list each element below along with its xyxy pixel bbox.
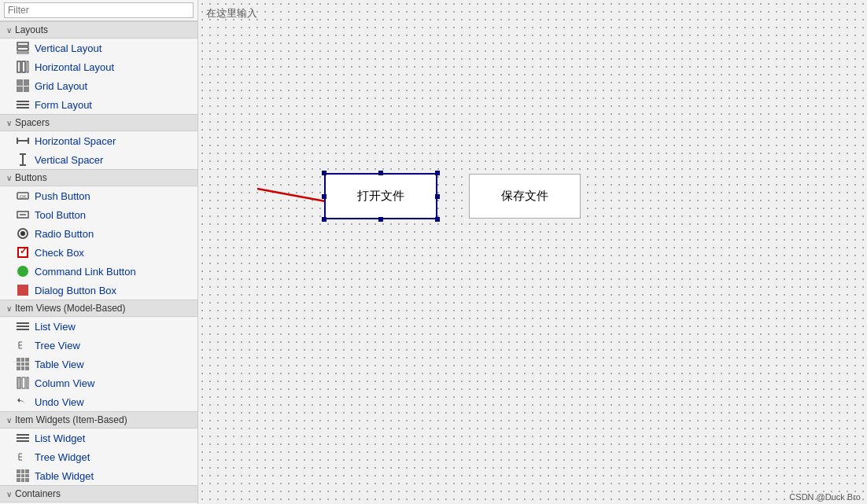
vertical-spacer-label: Vertical Spacer bbox=[35, 154, 103, 166]
tree-widget-label: Tree Widget bbox=[35, 451, 90, 463]
sidebar-item-grid-layout[interactable]: Grid Layout bbox=[0, 76, 197, 95]
sidebar-item-check-box[interactable]: Check Box bbox=[0, 243, 197, 262]
sidebar-item-command-link-button[interactable]: Command Link Button bbox=[0, 262, 197, 281]
sidebar-item-list-widget[interactable]: List Widget bbox=[0, 429, 197, 447]
vertical-spacer-icon bbox=[16, 153, 30, 167]
sidebar-item-dialog-button-box[interactable]: Dialog Button Box bbox=[0, 281, 197, 300]
sidebar-item-table-view[interactable]: Table View bbox=[0, 355, 197, 373]
sidebar-item-push-button[interactable]: OK Push Button bbox=[0, 186, 197, 205]
category-item-widgets-label: Item Widgets (Item-Based) bbox=[15, 414, 127, 425]
sidebar-item-horizontal-spacer[interactable]: Horizontal Spacer bbox=[0, 131, 197, 150]
save-file-button[interactable]: 保存文件 bbox=[469, 174, 581, 219]
horizontal-spacer-icon bbox=[16, 134, 30, 148]
check-box-icon bbox=[16, 245, 30, 259]
handle-tr bbox=[435, 171, 440, 175]
grid-layout-label: Grid Layout bbox=[35, 80, 87, 92]
table-view-icon bbox=[16, 357, 30, 371]
chevron-spacers: ∨ bbox=[6, 119, 12, 127]
sidebar-item-tree-view[interactable]: Tree View bbox=[0, 336, 197, 355]
form-layout-icon bbox=[16, 97, 30, 112]
push-button-label: Push Button bbox=[35, 190, 90, 202]
main-canvas[interactable]: 在这里输入 打开文件 保存文件 CSDN @Duck Bro bbox=[198, 0, 867, 504]
radio-button-icon bbox=[16, 226, 30, 241]
dot-grid bbox=[198, 0, 867, 504]
sidebar-list: ∨ Layouts Vertical Layout Horizontal Lay… bbox=[0, 21, 197, 504]
horizontal-layout-icon bbox=[16, 60, 30, 74]
handle-bm bbox=[378, 217, 383, 222]
chevron-buttons: ∨ bbox=[6, 174, 12, 182]
bottom-bar: CSDN @Duck Bro bbox=[710, 490, 867, 504]
sidebar-item-horizontal-layout[interactable]: Horizontal Layout bbox=[0, 57, 197, 76]
svg-rect-4 bbox=[22, 61, 25, 72]
sidebar-item-list-view[interactable]: List View bbox=[0, 317, 197, 336]
command-link-button-icon bbox=[16, 264, 30, 278]
list-view-label: List View bbox=[35, 321, 76, 333]
form-layout-label: Form Layout bbox=[35, 99, 92, 111]
sidebar-item-tool-button[interactable]: Tool Button bbox=[0, 205, 197, 224]
check-box-label: Check Box bbox=[35, 247, 84, 259]
category-containers[interactable]: ∨ Containers bbox=[0, 485, 197, 502]
svg-rect-20 bbox=[17, 377, 20, 388]
undo-view-label: Undo View bbox=[35, 396, 84, 408]
category-spacers-label: Spacers bbox=[15, 117, 50, 128]
sidebar-item-vertical-spacer[interactable]: Vertical Spacer bbox=[0, 150, 197, 169]
column-view-label: Column View bbox=[35, 377, 94, 389]
open-file-button[interactable]: 打开文件 bbox=[324, 173, 437, 219]
handle-br bbox=[435, 217, 440, 222]
category-spacers[interactable]: ∨ Spacers bbox=[0, 114, 197, 131]
sidebar-item-form-layout[interactable]: Form Layout bbox=[0, 95, 197, 114]
category-buttons-label: Buttons bbox=[15, 172, 47, 183]
table-view-label: Table View bbox=[35, 359, 84, 370]
tool-button-label: Tool Button bbox=[35, 209, 86, 221]
vertical-layout-label: Vertical Layout bbox=[35, 42, 101, 54]
filter-bar bbox=[0, 0, 197, 21]
handle-tm bbox=[378, 171, 383, 175]
category-item-views[interactable]: ∨ Item Views (Model-Based) bbox=[0, 300, 197, 317]
sidebar-item-column-view[interactable]: Column View bbox=[0, 373, 197, 392]
tree-widget-icon bbox=[16, 450, 30, 464]
radio-button-label: Radio Button bbox=[35, 228, 94, 240]
horizontal-spacer-label: Horizontal Spacer bbox=[35, 135, 116, 147]
column-view-icon bbox=[16, 376, 30, 390]
chevron-item-views: ∨ bbox=[6, 304, 12, 313]
sidebar-item-vertical-layout[interactable]: Vertical Layout bbox=[0, 39, 197, 57]
category-buttons[interactable]: ∨ Buttons bbox=[0, 169, 197, 186]
svg-rect-22 bbox=[27, 377, 28, 388]
chevron-containers: ∨ bbox=[6, 490, 12, 498]
horizontal-layout-label: Horizontal Layout bbox=[35, 61, 114, 73]
svg-rect-2 bbox=[17, 52, 28, 53]
grid-layout-icon bbox=[16, 79, 30, 93]
tree-view-icon bbox=[16, 338, 30, 352]
undo-view-icon bbox=[16, 395, 30, 409]
table-widget-label: Table Widget bbox=[35, 470, 94, 482]
sidebar-item-table-widget[interactable]: Table Widget bbox=[0, 466, 197, 485]
open-file-btn-container: 打开文件 bbox=[324, 173, 437, 219]
handle-ml bbox=[322, 194, 327, 199]
canvas-placeholder-label: 在这里输入 bbox=[206, 6, 257, 20]
dialog-button-box-label: Dialog Button Box bbox=[35, 285, 116, 296]
svg-rect-5 bbox=[27, 61, 28, 72]
sidebar-item-undo-view[interactable]: Undo View bbox=[0, 392, 197, 411]
category-item-views-label: Item Views (Model-Based) bbox=[15, 303, 126, 314]
handle-bl bbox=[322, 217, 327, 222]
save-file-btn-container: 保存文件 bbox=[469, 174, 581, 219]
category-layouts[interactable]: ∨ Layouts bbox=[0, 21, 197, 39]
table-widget-icon bbox=[16, 469, 30, 483]
sidebar-item-radio-button[interactable]: Radio Button bbox=[0, 224, 197, 243]
svg-rect-21 bbox=[22, 377, 25, 388]
svg-rect-3 bbox=[17, 61, 20, 72]
list-widget-icon bbox=[16, 431, 30, 445]
filter-input[interactable] bbox=[4, 2, 194, 18]
svg-rect-1 bbox=[17, 47, 28, 50]
push-button-icon: OK bbox=[16, 189, 30, 203]
left-panel: ∨ Layouts Vertical Layout Horizontal Lay… bbox=[0, 0, 198, 504]
list-widget-label: List Widget bbox=[35, 432, 85, 444]
list-view-icon bbox=[16, 319, 30, 333]
category-item-widgets[interactable]: ∨ Item Widgets (Item-Based) bbox=[0, 411, 197, 429]
tree-view-label: Tree View bbox=[35, 340, 80, 351]
handle-tl bbox=[322, 171, 327, 175]
tool-button-icon bbox=[16, 208, 30, 222]
chevron-layouts: ∨ bbox=[6, 26, 12, 35]
sidebar-item-tree-widget[interactable]: Tree Widget bbox=[0, 447, 197, 466]
handle-mr bbox=[435, 194, 440, 199]
